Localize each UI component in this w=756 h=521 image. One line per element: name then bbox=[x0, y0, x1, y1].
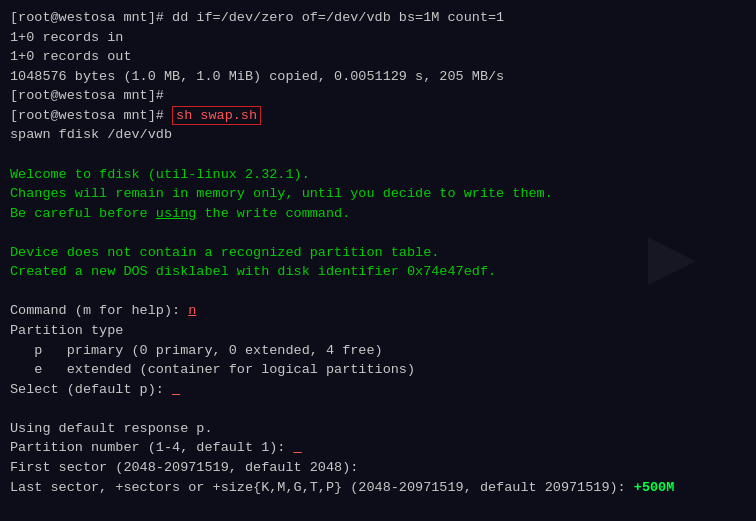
line-4: 1048576 bytes (1.0 MB, 1.0 MiB) copied, … bbox=[10, 67, 746, 87]
line-13: Device does not contain a recognized par… bbox=[10, 243, 746, 263]
line-19: e extended (container for logical partit… bbox=[10, 360, 746, 380]
input-n: n bbox=[188, 303, 196, 318]
line-14: Created a new DOS disklabel with disk id… bbox=[10, 262, 746, 282]
line-blank-1 bbox=[10, 145, 746, 165]
line-blank-5 bbox=[10, 497, 746, 517]
line-20: Select (default p): _ bbox=[10, 380, 746, 400]
line-18: p primary (0 primary, 0 extended, 4 free… bbox=[10, 341, 746, 361]
line-11: Be careful before using the write comman… bbox=[10, 204, 746, 224]
input-p: _ bbox=[172, 382, 180, 397]
line-16: Command (m for help): n bbox=[10, 301, 746, 321]
line-blank-3 bbox=[10, 282, 746, 302]
input-partnum: _ bbox=[294, 440, 302, 455]
line-27: Created a new partition 1 of type 'Linux… bbox=[10, 517, 746, 521]
line-23: Partition number (1-4, default 1): _ bbox=[10, 438, 746, 458]
line-5: [root@westosa mnt]# bbox=[10, 86, 746, 106]
line-7: spawn fdisk /dev/vdb bbox=[10, 125, 746, 145]
swap-sh-highlight: sh swap.sh bbox=[172, 106, 261, 125]
line-22: Using default response p. bbox=[10, 419, 746, 439]
line-6: [root@westosa mnt]# sh swap.sh bbox=[10, 106, 746, 126]
line-17: Partition type bbox=[10, 321, 746, 341]
line-9: Welcome to fdisk (util-linux 2.32.1). bbox=[10, 165, 746, 185]
line-blank-4 bbox=[10, 399, 746, 419]
line-2: 1+0 records in bbox=[10, 28, 746, 48]
input-500m: +500M bbox=[634, 480, 675, 495]
line-blank-2 bbox=[10, 223, 746, 243]
using-text: using bbox=[156, 206, 197, 221]
terminal-window: ▶ [root@westosa mnt]# dd if=/dev/zero of… bbox=[0, 0, 756, 521]
line-1: [root@westosa mnt]# dd if=/dev/zero of=/… bbox=[10, 8, 746, 28]
line-24: First sector (2048-20971519, default 204… bbox=[10, 458, 746, 478]
line-10: Changes will remain in memory only, unti… bbox=[10, 184, 746, 204]
line-25: Last sector, +sectors or +size{K,M,G,T,P… bbox=[10, 478, 746, 498]
line-3: 1+0 records out bbox=[10, 47, 746, 67]
